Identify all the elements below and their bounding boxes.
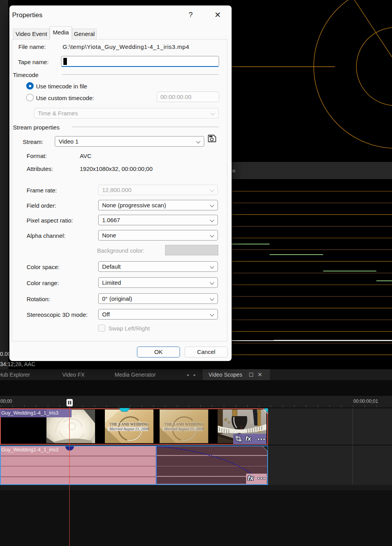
svg-text:THE S AND WEDDING: THE S AND WEDDING [110, 422, 149, 426]
svg-text:Married August 21, 2008: Married August 21, 2008 [109, 427, 149, 431]
